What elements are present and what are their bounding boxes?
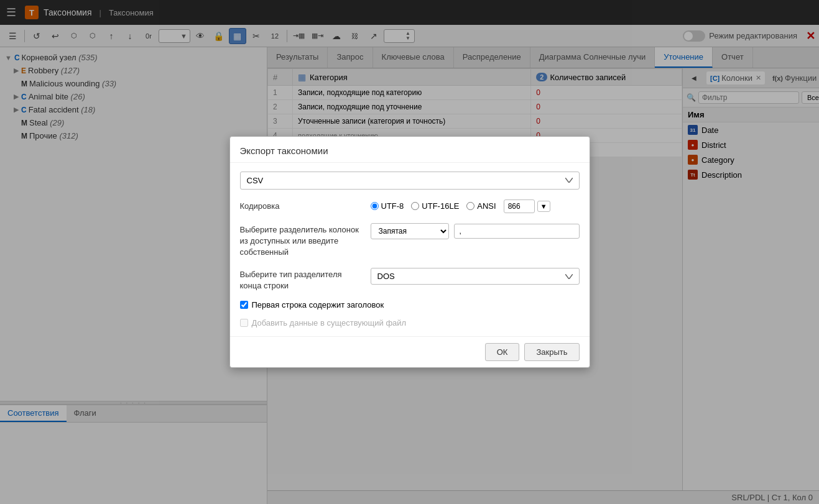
- code-dropdown-btn[interactable]: ▼: [537, 201, 550, 212]
- separator-label: Выберите разделитель колонок из доступны…: [240, 223, 364, 259]
- line-end-row: Выберите тип разделителя конца строки DO…: [240, 268, 580, 291]
- encoding-row: Кодировка UTF-8 UTF-16LE ANS: [240, 199, 580, 213]
- line-end-control: DOS Unix Mac: [371, 268, 580, 285]
- ok-button[interactable]: ОК: [485, 343, 520, 361]
- separator-select[interactable]: Запятая Табуляция Точка с запятой: [371, 223, 449, 239]
- encoding-radio-group: UTF-8 UTF-16LE ANSI ▼: [371, 199, 580, 213]
- header-checkbox[interactable]: [240, 301, 248, 309]
- code-input: ▼: [504, 199, 550, 213]
- separator-row: Выберите разделитель колонок из доступны…: [240, 223, 580, 259]
- modal-footer: ОК Закрыть: [230, 336, 590, 367]
- code-value-input[interactable]: [504, 199, 535, 213]
- append-checkbox-row: Добавить данные в существующий файл: [240, 318, 580, 328]
- append-checkbox-label: Добавить данные в существующий файл: [252, 318, 407, 328]
- encoding-control: UTF-8 UTF-16LE ANSI ▼: [371, 199, 580, 213]
- modal-overlay: Экспорт таксономии CSV Excel JSON XML Ко…: [0, 0, 819, 504]
- line-end-select[interactable]: DOS Unix Mac: [371, 268, 580, 285]
- encoding-utf8[interactable]: UTF-8: [371, 201, 404, 211]
- encoding-ansi[interactable]: ANSI: [466, 201, 496, 211]
- modal-body: CSV Excel JSON XML Кодировка UTF-8: [230, 163, 590, 337]
- separator-custom-input[interactable]: [454, 224, 580, 239]
- line-end-label: Выберите тип разделителя конца строки: [240, 268, 364, 291]
- append-checkbox[interactable]: [240, 319, 248, 327]
- encoding-label: Кодировка: [240, 199, 364, 212]
- header-checkbox-label: Первая строка содержит заголовок: [252, 300, 384, 309]
- header-checkbox-row: Первая строка содержит заголовок: [240, 300, 580, 309]
- format-select[interactable]: CSV Excel JSON XML: [240, 172, 580, 190]
- encoding-utf16[interactable]: UTF-16LE: [411, 201, 459, 211]
- close-button[interactable]: Закрыть: [524, 343, 579, 361]
- modal-title: Экспорт таксономии: [230, 137, 590, 163]
- export-modal: Экспорт таксономии CSV Excel JSON XML Ко…: [229, 136, 590, 369]
- separator-control: Запятая Табуляция Точка с запятой: [371, 223, 580, 239]
